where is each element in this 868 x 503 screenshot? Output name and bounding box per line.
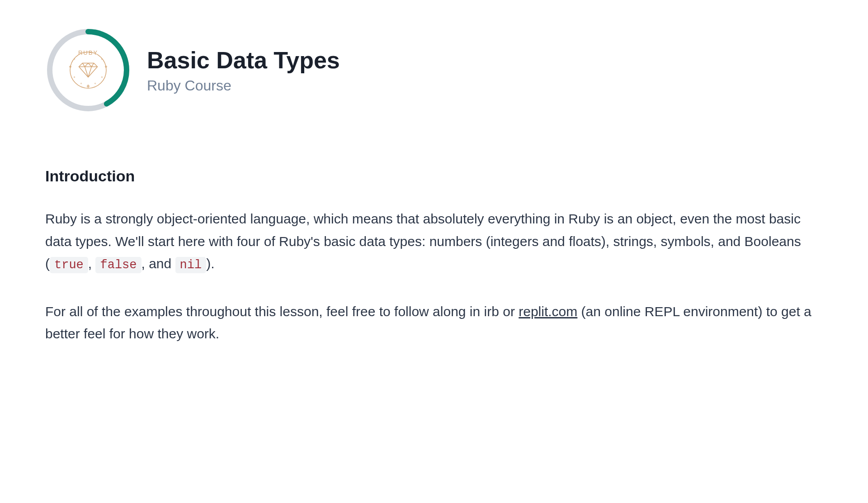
lesson-title: Basic Data Types — [147, 47, 340, 74]
intro-paragraph-2: For all of the examples throughout this … — [45, 300, 823, 345]
course-name: Ruby Course — [147, 77, 340, 94]
text-fragment: , and — [142, 256, 175, 271]
text-fragment: ). — [206, 256, 214, 271]
lesson-content: Introduction Ruby is a strongly object-o… — [45, 167, 823, 345]
text-fragment: For all of the examples throughout this … — [45, 304, 519, 319]
badge-inner: RUBY — [60, 42, 117, 99]
svg-point-2 — [70, 52, 106, 88]
section-heading: Introduction — [45, 167, 823, 185]
title-block: Basic Data Types Ruby Course — [147, 47, 340, 94]
text-fragment: , — [88, 256, 96, 271]
lesson-header: RUBY — [45, 27, 823, 113]
replit-link[interactable]: replit.com — [519, 304, 577, 319]
intro-paragraph-1: Ruby is a strongly object-oriented langu… — [45, 208, 823, 275]
ruby-diamond-icon: RUBY — [60, 42, 117, 99]
code-nil: nil — [175, 257, 207, 273]
code-false: false — [95, 257, 141, 273]
code-true: true — [50, 257, 88, 273]
badge-label: RUBY — [78, 49, 98, 56]
progress-badge: RUBY — [45, 27, 131, 113]
